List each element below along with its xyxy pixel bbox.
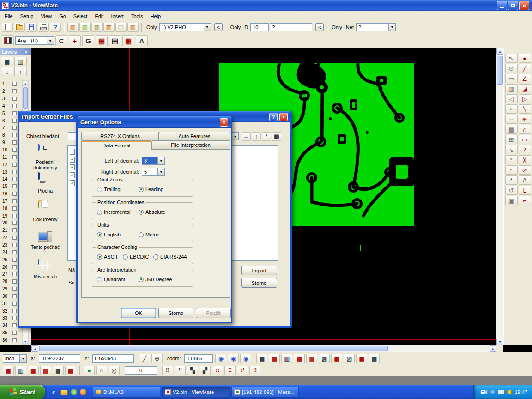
tray-network-icon[interactable]	[490, 389, 495, 394]
palette-tool-button[interactable]: ◢	[519, 84, 531, 93]
aperture-combo[interactable]: Any(U) ▼	[15, 36, 54, 45]
palette-tool-button[interactable]: ●	[519, 54, 531, 63]
zoom-field[interactable]: 1.8866	[184, 354, 213, 363]
palette-tool-button[interactable]: ↖	[505, 54, 518, 63]
radio-ascii[interactable]: ASCII	[97, 254, 117, 260]
quick-launch-icon[interactable]	[60, 390, 68, 395]
apply-button[interactable]: Použít	[196, 308, 231, 318]
layer-visibility-checkbox[interactable]	[12, 111, 17, 115]
file-item-icon[interactable]	[70, 164, 75, 170]
quick-launch-icon[interactable]	[80, 389, 86, 395]
place-recent-documents[interactable]: Poslední dokumenty	[24, 145, 67, 173]
place-my-computer[interactable]: Tento počítač	[24, 230, 67, 259]
tab-data-format[interactable]: Data Format	[81, 140, 151, 150]
aperture-tool-button[interactable]: +	[69, 35, 81, 46]
task-button-message[interactable]: [191-482-091] - Mess...	[231, 387, 299, 398]
layers-panel-close-icon[interactable]: ×	[24, 49, 29, 54]
layer-visibility-checkbox[interactable]	[12, 236, 17, 240]
layer-visibility-checkbox[interactable]	[12, 294, 17, 298]
radio-quadrant[interactable]: Quadrant	[97, 277, 125, 282]
file-item-icon[interactable]	[70, 172, 75, 178]
layer-visibility-checkbox[interactable]	[12, 177, 17, 181]
view-grid-button[interactable]: ▦	[269, 354, 280, 363]
layer-visibility-checkbox[interactable]	[12, 265, 17, 269]
aperture-tool-button[interactable]: ▤	[109, 35, 121, 46]
tray-keyboard-icon[interactable]	[498, 390, 504, 394]
layer-visibility-checkbox[interactable]	[12, 155, 17, 159]
edit-tool-button[interactable]: ▦	[3, 366, 14, 375]
cancel-button[interactable]: Storno	[158, 308, 193, 318]
menu-item[interactable]: Setup	[17, 12, 37, 20]
scrollbar-thumb[interactable]	[497, 56, 503, 85]
aperture-tool-button[interactable]: A	[136, 35, 148, 46]
clock[interactable]: 19:47	[514, 389, 527, 395]
view-grid-button[interactable]: ▤	[306, 354, 317, 363]
palette-tool-button[interactable]: ◁	[505, 94, 518, 103]
only-dcode-toggle[interactable]: Only	[229, 24, 242, 30]
layer-visibility-checkbox[interactable]	[12, 163, 17, 167]
layer-visibility-checkbox[interactable]	[12, 148, 17, 152]
place-desktop[interactable]: Plocha	[24, 173, 67, 202]
edit-tool-button[interactable]: ▤	[40, 366, 51, 375]
edit-tool-button[interactable]: ▥	[15, 366, 26, 375]
layer-visibility-checkbox[interactable]	[12, 287, 17, 291]
pattern-tool-button[interactable]: ⠞	[237, 366, 248, 375]
layer-visibility-checkbox[interactable]	[12, 258, 17, 262]
save-button[interactable]	[26, 23, 37, 32]
layer-colors-button[interactable]	[2, 35, 14, 46]
scroll-up-icon[interactable]: ▲	[23, 81, 28, 86]
layer-visibility-checkbox[interactable]	[12, 104, 17, 108]
close-button[interactable]: ×	[519, 1, 529, 10]
chevron-down-icon[interactable]: ▼	[157, 157, 164, 164]
layer-visibility-checkbox[interactable]	[12, 133, 17, 137]
palette-tool-button[interactable]: ≈	[505, 104, 518, 114]
palette-tool-button[interactable]: ⊕	[519, 115, 531, 124]
layers-tool-button[interactable]: ↓	[1, 67, 13, 76]
layer-visibility-checkbox[interactable]	[12, 316, 17, 320]
menu-item[interactable]: File	[1, 12, 17, 20]
layer-visibility-checkbox[interactable]	[12, 89, 17, 93]
menu-item[interactable]: Go	[55, 12, 70, 20]
quick-launch-icon[interactable]	[71, 389, 77, 395]
layer-visibility-checkbox[interactable]	[12, 279, 17, 284]
y-coordinate-field[interactable]: 0.690643	[92, 354, 134, 363]
new-file-button[interactable]	[2, 23, 13, 32]
layer-visibility-checkbox[interactable]	[12, 309, 17, 313]
layer-visibility-checkbox[interactable]	[12, 331, 17, 335]
dialog-nav-button[interactable]: ▦	[272, 132, 281, 141]
layer-row[interactable]: 3	[0, 95, 22, 103]
layer-visibility-checkbox[interactable]	[12, 250, 17, 254]
palette-tool-button[interactable]: ▦	[505, 84, 518, 93]
counter-field[interactable]: 0	[125, 366, 157, 375]
net-combo[interactable]: ?▼	[356, 23, 396, 31]
menu-item[interactable]: Edit	[91, 12, 107, 20]
dialog-nav-button[interactable]: ↑	[252, 132, 261, 141]
chevron-down-icon[interactable]: ▼	[19, 355, 26, 362]
edit-tool-button[interactable]: ▦	[53, 366, 64, 375]
layers-tool-button[interactable]: ↑	[14, 67, 27, 76]
palette-tool-button[interactable]: ╳	[519, 155, 531, 164]
palette-tool-button[interactable]: L	[519, 186, 531, 195]
radio-incremental[interactable]: Incremental	[97, 209, 130, 215]
zoom-tool-button[interactable]: ◉	[215, 354, 226, 363]
palette-tool-button[interactable]: ─	[505, 115, 518, 124]
file-item-icon[interactable]	[70, 149, 75, 155]
layers-tool-button[interactable]: ▦	[1, 57, 13, 66]
place-network[interactable]: Místa v síti	[24, 259, 67, 288]
chevron-down-icon[interactable]: ▼	[204, 24, 211, 31]
layer-visibility-checkbox[interactable]	[12, 119, 17, 123]
restore-button[interactable]	[508, 1, 518, 10]
layer-row[interactable]: 1+	[0, 80, 22, 88]
menu-item[interactable]: Tools	[127, 12, 147, 20]
only-layer-toggle[interactable]: Only	[145, 24, 158, 30]
palette-tool-button[interactable]: ▭	[519, 135, 531, 144]
display-mode-button[interactable]: ▦	[67, 23, 79, 32]
print-button[interactable]	[38, 23, 49, 32]
chevron-down-icon[interactable]: ▼	[388, 24, 395, 31]
layer-visibility-checkbox[interactable]	[12, 140, 17, 145]
tab-file-interpretation[interactable]: File Interpretation	[151, 140, 230, 149]
pattern-tool-button[interactable]: ▞	[200, 366, 211, 375]
left-decimal-combo[interactable]: 3▼	[142, 157, 165, 165]
start-button[interactable]: Start	[0, 385, 45, 399]
lamp-button[interactable]: ●	[84, 366, 95, 375]
